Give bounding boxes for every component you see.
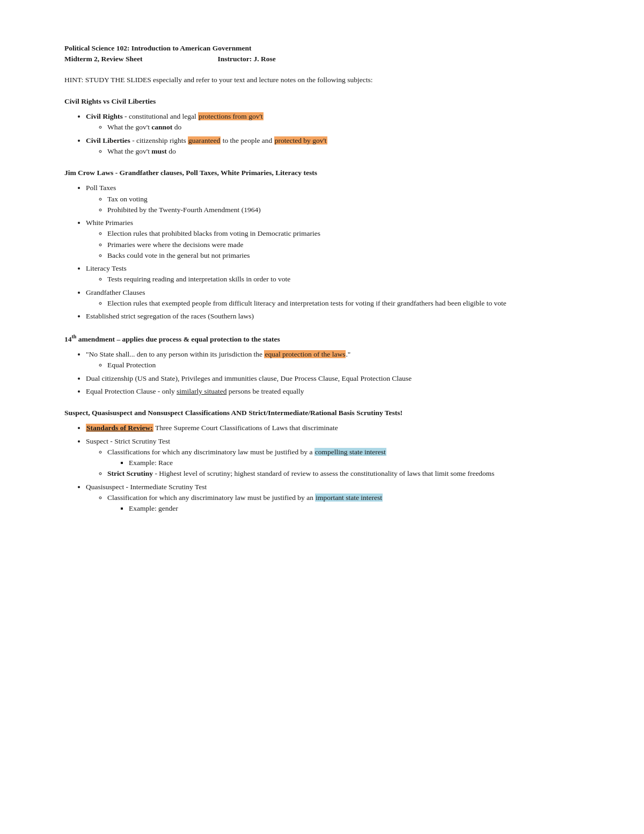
quasisuspect-sub1-sub: Example: gender <box>129 503 580 514</box>
poll-taxes-item: Poll Taxes Tax on voting Prohibited by t… <box>86 183 580 215</box>
literacy-tests-sub1: Tests requiring reading and interpretati… <box>107 274 580 285</box>
civil-liberties-term: Civil Liberties <box>86 136 130 144</box>
equal-protection-sub: Equal Protection <box>107 360 580 371</box>
cannot-text: cannot <box>151 123 172 131</box>
literacy-tests-item: Literacy Tests Tests requiring reading a… <box>86 263 580 285</box>
important-state-highlight: important state interest <box>315 494 383 502</box>
section-heading-14th: 14th amendment – applies due process & e… <box>64 332 580 345</box>
section-heading-jim-crow: Jim Crow Laws - Grandfather clauses, Pol… <box>64 168 580 178</box>
race-example: Example: Race <box>129 458 580 468</box>
page-container: Political Science 102: Introduction to A… <box>64 43 580 514</box>
white-primaries-sub2: Primaries were where the decisions were … <box>107 240 580 250</box>
no-state-item: "No State shall... den to any person wit… <box>86 349 580 371</box>
civil-liberties-sub: What the gov't must do <box>107 146 580 157</box>
instructor-label: Instructor: J. Rose <box>217 54 275 64</box>
suspect-sub1: Classifications for which any discrimina… <box>107 447 580 469</box>
suspect-item: Suspect - Strict Scrutiny Test Classific… <box>86 436 580 480</box>
white-primaries-item: White Primaries Election rules that proh… <box>86 217 580 261</box>
14th-list: "No State shall... den to any person wit… <box>86 349 580 397</box>
dual-citizenship-item: Dual citizenship (US and State), Privile… <box>86 373 580 384</box>
course-title: Political Science 102: Introduction to A… <box>64 43 251 54</box>
section-14th: 14th amendment – applies due process & e… <box>64 332 580 397</box>
civil-liberties-highlight1: guaranteed <box>188 136 221 144</box>
suspect-sub1-sub: Example: Race <box>129 458 580 468</box>
civil-liberties-item: Civil Liberties - citizenship rights gua… <box>86 135 580 157</box>
header-line2: Midterm 2, Review Sheet Instructor: J. R… <box>64 54 580 64</box>
midterm-label: Midterm 2, Review Sheet <box>64 54 142 64</box>
quasisuspect-sub: Classification for which any discriminat… <box>107 492 580 514</box>
hint-text: HINT: STUDY THE SLIDES especially and re… <box>64 76 372 84</box>
white-primaries-sub3: Backs could vote in the general but not … <box>107 250 580 261</box>
must-text: must <box>151 147 167 155</box>
white-primaries-sub1: Election rules that prohibited blacks fr… <box>107 228 580 239</box>
civil-rights-sub: What the gov't cannot do <box>107 122 580 133</box>
equal-protection-highlight: equal protection of the laws <box>264 350 346 358</box>
gender-example: Example: gender <box>129 503 580 514</box>
no-state-sub: Equal Protection <box>107 360 580 371</box>
literacy-tests-sub: Tests requiring reading and interpretati… <box>107 274 580 285</box>
strict-scrutiny-term: Strict Scrutiny <box>107 469 153 477</box>
grandfather-clauses-item: Grandfather Clauses Election rules that … <box>86 287 580 309</box>
poll-taxes-sub2: Prohibited by the Twenty-Fourth Amendmen… <box>107 205 580 215</box>
section-heading-scrutiny: Suspect, Quasisuspect and Nonsuspect Cla… <box>64 408 580 418</box>
civil-liberties-sub-item: What the gov't must do <box>107 146 580 157</box>
quasisuspect-item: Quasisuspect - Intermediate Scrutiny Tes… <box>86 482 580 514</box>
similarly-situated-underline: similarly situated <box>177 387 226 395</box>
civil-rights-term: Civil Rights <box>86 112 123 120</box>
segregation-item: Established strict segregation of the ra… <box>86 311 580 322</box>
white-primaries-sub: Election rules that prohibited blacks fr… <box>107 228 580 261</box>
scrutiny-list: Standards of Review: Three Supreme Court… <box>86 423 580 514</box>
header-line1: Political Science 102: Introduction to A… <box>64 43 580 54</box>
civil-rights-sub-item: What the gov't cannot do <box>107 122 580 133</box>
quasisuspect-sub1: Classification for which any discriminat… <box>107 492 580 514</box>
civil-rights-highlight: protections from gov't <box>198 112 263 120</box>
suspect-sub: Classifications for which any discrimina… <box>107 447 580 480</box>
standards-review-highlight: Standards of Review: <box>86 424 153 432</box>
grandfather-clauses-sub: Election rules that exempted people from… <box>107 298 580 309</box>
standards-review-item: Standards of Review: Three Supreme Court… <box>86 423 580 433</box>
hint-line: HINT: STUDY THE SLIDES especially and re… <box>64 75 580 85</box>
section-heading-civil-rights: Civil Rights vs Civil Liberties <box>64 96 580 107</box>
poll-taxes-sub: Tax on voting Prohibited by the Twenty-F… <box>107 194 580 216</box>
jim-crow-list: Poll Taxes Tax on voting Prohibited by t… <box>86 183 580 322</box>
compelling-state-highlight: compelling state interest <box>314 448 386 456</box>
civil-liberties-highlight2: protected by gov't <box>274 136 327 144</box>
civil-rights-list: Civil Rights - constitutional and legal … <box>86 111 580 157</box>
poll-taxes-sub1: Tax on voting <box>107 194 580 205</box>
section-civil-rights: Civil Rights vs Civil Liberties Civil Ri… <box>64 96 580 157</box>
equal-protection-clause-item: Equal Protection Clause - only similarly… <box>86 386 580 397</box>
grandfather-clauses-sub1: Election rules that exempted people from… <box>107 298 580 309</box>
civil-rights-item: Civil Rights - constitutional and legal … <box>86 111 580 133</box>
header-block: Political Science 102: Introduction to A… <box>64 43 580 65</box>
strict-scrutiny-sub: Strict Scrutiny - Highest level of scrut… <box>107 468 580 479</box>
section-jim-crow: Jim Crow Laws - Grandfather clauses, Pol… <box>64 168 580 322</box>
superscript-th: th <box>72 333 77 339</box>
section-scrutiny: Suspect, Quasisuspect and Nonsuspect Cla… <box>64 408 580 514</box>
